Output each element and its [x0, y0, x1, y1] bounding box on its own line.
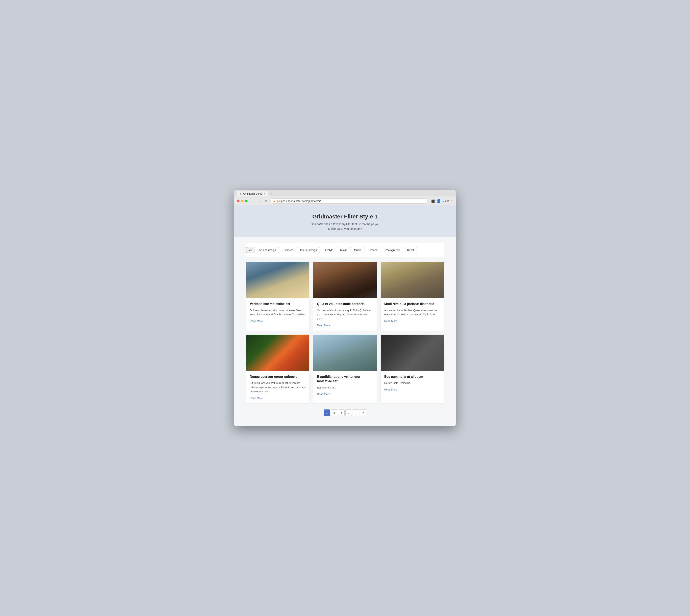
post-image-2 [313, 262, 376, 298]
post-card-2: Quia et voluptas unde corporisQui rerum … [313, 262, 376, 331]
post-body-1: Veritatis iste molestiae estDolores plac… [246, 298, 309, 326]
window-controls [237, 200, 248, 202]
read-more-link-6[interactable]: Read More [384, 388, 397, 391]
post-image-1 [246, 262, 309, 298]
post-title-6: Eos eum nulla ut aliquam [384, 375, 440, 379]
post-title-4: Neque aperiam rerum ratione et [250, 375, 306, 379]
read-more-link-1[interactable]: Read More [250, 320, 263, 323]
read-more-link-4[interactable]: Read More [250, 397, 263, 400]
page-title: Gridmaster Filter Style 1 [238, 214, 452, 220]
menu-button[interactable]: ⋮ [450, 199, 453, 203]
post-excerpt-5: Est aperiam est. [317, 386, 373, 390]
post-title-2: Quia et voluptas unde corporis [317, 302, 373, 306]
post-image-3 [381, 262, 444, 298]
filter-btn-travel[interactable]: Travel [404, 247, 417, 253]
cast-button[interactable]: ⬛ [431, 199, 435, 203]
filter-bar: AllArt and designBusinessInterior design… [246, 243, 444, 257]
post-title-3: Modi rem quia pariatur distinctio [384, 302, 440, 306]
page-btn-2[interactable]: 2 [331, 410, 337, 416]
post-card-4: Neque aperiam rerum ratione etSit quisqu… [246, 335, 309, 403]
page-content: Gridmaster Filter Style 1 Gridmaster has… [234, 205, 456, 426]
filter-btn-business[interactable]: Business [280, 247, 296, 253]
page-btn-7[interactable]: 7 [353, 410, 359, 416]
nav-buttons: ← → ↺ [251, 199, 268, 203]
post-excerpt-1: Dolores placeat est sint natus qui esse … [250, 308, 306, 317]
address-bar[interactable]: 🔒 plugins.addonmaster.com/gridmaster/ [270, 198, 428, 203]
minimize-button[interactable] [241, 200, 244, 202]
tab-title: Gridmaster Demo [243, 193, 262, 195]
post-excerpt-6: Rerum iusto. Delectus. [384, 381, 440, 385]
page-btn-3[interactable]: 3 [338, 410, 344, 416]
posts-grid: Veritatis iste molestiae estDolores plac… [246, 262, 444, 403]
browser-window: ⚙ Gridmaster Demo ✕ + ⌄ ← → ↺ 🔒 plugins.… [234, 190, 456, 426]
dropdown-button[interactable]: ⌄ [449, 193, 453, 196]
account-menu[interactable]: 👤 Guest [436, 199, 449, 203]
filter-btn-personal[interactable]: Personal [365, 247, 381, 253]
filter-btn-all[interactable]: All [246, 247, 255, 253]
post-card-3: Modi rem quia pariatur distinctioAut aut… [381, 262, 444, 331]
post-body-5: Blanditiis ratione vel tenetur molestiae… [313, 371, 376, 400]
page-btn-»[interactable]: » [360, 410, 366, 416]
back-button[interactable]: ← [251, 199, 256, 203]
maximize-button[interactable] [245, 200, 248, 202]
post-image-6 [381, 335, 444, 371]
post-card-5: Blanditiis ratione vel tenetur molestiae… [313, 335, 376, 403]
filter-btn-lifestyle[interactable]: Lifestyle [320, 247, 336, 253]
post-excerpt-4: Sit quisquam voluptatum repellat. Invent… [250, 381, 306, 394]
close-button[interactable] [237, 200, 240, 202]
post-body-2: Quia et voluptas unde corporisQui rerum … [313, 298, 376, 331]
page-header: Gridmaster Filter Style 1 Gridmaster has… [234, 205, 456, 237]
post-image-4 [246, 335, 309, 371]
post-card-6: Eos eum nulla ut aliquamRerum iusto. Del… [381, 335, 444, 403]
tab-close-icon[interactable]: ✕ [264, 193, 266, 195]
post-excerpt-2: Qui rerum laboriosam aut qui officiis Qu… [317, 308, 373, 321]
url-text: plugins.addonmaster.com/gridmaster/ [277, 199, 321, 202]
read-more-link-2[interactable]: Read More [317, 324, 330, 327]
page-subtitle: Gridmaster has a taxonomy filter feature… [238, 222, 452, 231]
post-body-3: Modi rem quia pariatur distinctioAut aut… [381, 298, 444, 326]
post-title-5: Blanditiis ratione vel tenetur molestiae… [317, 375, 373, 383]
page-btn-...[interactable]: ... [346, 410, 352, 416]
forward-button[interactable]: → [258, 199, 263, 203]
post-body-6: Eos eum nulla ut aliquamRerum iusto. Del… [381, 371, 444, 395]
new-tab-button[interactable]: + [269, 191, 274, 196]
post-excerpt-3: Aut aut facilis molestiae. Quaerat recus… [384, 308, 440, 317]
read-more-link-5[interactable]: Read More [317, 393, 330, 396]
page-btn-1[interactable]: 1 [324, 410, 330, 416]
post-card-1: Veritatis iste molestiae estDolores plac… [246, 262, 309, 331]
read-more-link-3[interactable]: Read More [384, 320, 397, 323]
page-body: AllArt and designBusinessInterior design… [234, 237, 456, 426]
filter-btn-music[interactable]: Music [351, 247, 364, 253]
account-label: Guest [442, 199, 449, 202]
tab-bar: ⚙ Gridmaster Demo ✕ + ⌄ [234, 190, 456, 196]
filter-btn-movie[interactable]: Movie [337, 247, 350, 253]
post-image-5 [313, 335, 376, 371]
toolbar-right: ⬛ 👤 Guest ⋮ [431, 199, 453, 203]
filter-btn-interior-design[interactable]: Interior design [297, 247, 320, 253]
filter-btn-art-and-design[interactable]: Art and design [256, 247, 279, 253]
filter-btn-photography[interactable]: Photography [382, 247, 403, 253]
account-icon: 👤 [436, 199, 441, 203]
tab-favicon-icon: ⚙ [240, 193, 242, 195]
post-title-1: Veritatis iste molestiae est [250, 302, 306, 306]
lock-icon: 🔒 [273, 200, 276, 202]
browser-tab[interactable]: ⚙ Gridmaster Demo ✕ [237, 191, 268, 196]
pagination: 123...7» [246, 403, 444, 418]
reload-button[interactable]: ↺ [264, 199, 268, 203]
browser-titlebar: ← → ↺ 🔒 plugins.addonmaster.com/gridmast… [234, 196, 456, 205]
post-body-4: Neque aperiam rerum ratione etSit quisqu… [246, 371, 309, 403]
